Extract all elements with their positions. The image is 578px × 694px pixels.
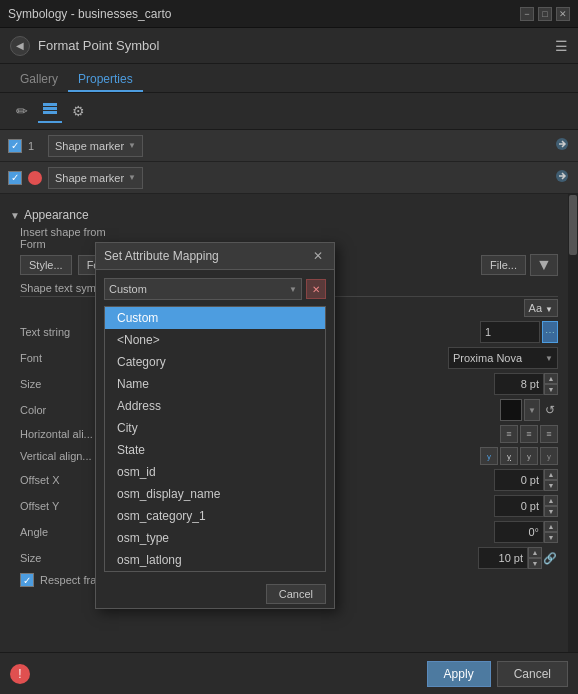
attribute-dropdown-list: Custom <None> Category Name Address City… (104, 306, 326, 572)
layer-1-dropdown-arrow: ▼ (128, 141, 136, 150)
dropdown-item-osm-latlong[interactable]: osm_latlong (105, 549, 325, 571)
dialog-cancel-button[interactable]: Cancel (266, 584, 326, 604)
text-string-label: Text string (20, 326, 100, 338)
dialog-field-row: Custom ▼ ✕ (104, 278, 326, 300)
size-label: Size (20, 378, 100, 390)
size-input[interactable] (494, 373, 544, 395)
dropdown-item-address[interactable]: Address (105, 395, 325, 417)
dialog-close-button[interactable]: ✕ (310, 248, 326, 264)
offset-y-up-btn[interactable]: ▲ (544, 495, 558, 506)
attribute-select[interactable]: Custom ▼ (104, 278, 302, 300)
aa-label: Aa (529, 302, 542, 314)
scrollbar[interactable] (568, 194, 578, 694)
settings-icon[interactable]: ⚙ (66, 99, 90, 123)
dropdown-item-category[interactable]: Category (105, 351, 325, 373)
appearance-toggle[interactable]: ▼ (10, 210, 20, 221)
layer-1-type-dropdown[interactable]: Shape marker ▼ (48, 135, 143, 157)
file-button[interactable]: File... (481, 255, 526, 275)
attribute-clear-button[interactable]: ✕ (306, 279, 326, 299)
layers-icon[interactable] (38, 99, 62, 123)
angle-up-btn[interactable]: ▲ (544, 521, 558, 532)
horiz-align-label: Horizontal ali... (20, 428, 100, 440)
font-name: Proxima Nova (453, 352, 522, 364)
layer-1-num: 1 (28, 140, 42, 152)
panel-header: ◀ Format Point Symbol ☰ (0, 28, 578, 64)
align-left-btn[interactable]: ≡ (500, 425, 518, 443)
svg-rect-1 (43, 111, 57, 114)
dropdown-item-osm-display-name[interactable]: osm_display_name (105, 483, 325, 505)
appearance-label: Appearance (24, 208, 89, 222)
style-button[interactable]: Style... (20, 255, 72, 275)
layer-2-type-label: Shape marker (55, 172, 124, 184)
offset-x-up-btn[interactable]: ▲ (544, 469, 558, 480)
size-bottom-down-btn[interactable]: ▼ (528, 558, 542, 569)
offset-y-label: Offset Y (20, 500, 100, 512)
dropdown-item-osm-id[interactable]: osm_id (105, 461, 325, 483)
align-right-btn[interactable]: ≡ (540, 425, 558, 443)
form-label: Form (20, 238, 100, 250)
content-area: ▼ Appearance Insert shape from Form Styl… (0, 194, 578, 694)
layer-1-right-icon[interactable] (554, 136, 570, 155)
layer-row-1: ✓ 1 Shape marker ▼ (0, 130, 578, 162)
dropdown-item-city[interactable]: City (105, 417, 325, 439)
align-center-btn[interactable]: ≡ (520, 425, 538, 443)
layer-2-checkbox[interactable]: ✓ (8, 171, 22, 185)
panel-title: Format Point Symbol (38, 38, 159, 53)
edit-icon[interactable]: ✏ (10, 99, 34, 123)
color-label: Color (20, 404, 100, 416)
dropdown-item-custom[interactable]: Custom (105, 307, 325, 329)
bottom-bar: ! Apply Cancel (0, 652, 578, 694)
text-string-input[interactable] (480, 321, 540, 343)
layer-2-right-icon[interactable] (554, 168, 570, 187)
close-button[interactable]: ✕ (556, 7, 570, 21)
color-dropdown-btn[interactable]: ▼ (524, 399, 540, 421)
aa-dropdown[interactable]: Aa ▼ (524, 299, 558, 317)
tab-gallery[interactable]: Gallery (10, 68, 68, 92)
dialog-header: Set Attribute Mapping ✕ (96, 243, 334, 270)
bottom-error-icon: ! (10, 664, 30, 684)
dropdown-item-state[interactable]: State (105, 439, 325, 461)
maximize-button[interactable]: □ (538, 7, 552, 21)
layer-1-type-label: Shape marker (55, 140, 124, 152)
layer-2-type-dropdown[interactable]: Shape marker ▼ (48, 167, 143, 189)
offset-x-label: Offset X (20, 474, 100, 486)
offset-x-input[interactable] (494, 469, 544, 491)
size-bottom-up-btn[interactable]: ▲ (528, 547, 542, 558)
menu-icon[interactable]: ☰ (555, 38, 568, 54)
scrollbar-thumb[interactable] (569, 195, 577, 255)
vert-align-extra-btn[interactable]: y (540, 447, 558, 465)
dropdown-item-name[interactable]: Name (105, 373, 325, 395)
vert-align-mid-btn[interactable]: y (500, 447, 518, 465)
size-up-btn[interactable]: ▲ (544, 373, 558, 384)
tabs-bar: Gallery Properties (0, 64, 578, 93)
offset-x-down-btn[interactable]: ▼ (544, 480, 558, 491)
offset-y-down-btn[interactable]: ▼ (544, 506, 558, 517)
offset-y-input[interactable] (494, 495, 544, 517)
size-down-btn[interactable]: ▼ (544, 384, 558, 395)
font-select[interactable]: Proxima Nova ▼ (448, 347, 558, 369)
symbol-toolbar: ✏ ⚙ (0, 93, 578, 130)
dropdown-item-none[interactable]: <None> (105, 329, 325, 351)
vert-align-bot-btn[interactable]: y (520, 447, 538, 465)
layer-1-checkbox[interactable]: ✓ (8, 139, 22, 153)
size-bottom-label: Size (20, 552, 100, 564)
dropdown-item-osm-category[interactable]: osm_category_1 (105, 505, 325, 527)
angle-input[interactable] (494, 521, 544, 543)
file-dropdown[interactable]: ▼ (530, 254, 558, 276)
cancel-button[interactable]: Cancel (497, 661, 568, 687)
angle-down-btn[interactable]: ▼ (544, 532, 558, 543)
dropdown-item-osm-type[interactable]: osm_type (105, 527, 325, 549)
color-refresh-btn[interactable]: ↺ (542, 399, 558, 421)
vert-align-top-btn[interactable]: y (480, 447, 498, 465)
tab-properties[interactable]: Properties (68, 68, 143, 92)
back-button[interactable]: ◀ (10, 36, 30, 56)
respect-frame-checkbox[interactable]: ✓ (20, 573, 34, 587)
color-swatch[interactable] (500, 399, 522, 421)
text-string-expand-btn[interactable]: ⋯ (542, 321, 558, 343)
title-bar-title: Symbology - businesses_carto (8, 7, 171, 21)
size-bottom-input[interactable] (478, 547, 528, 569)
size-lock-btn[interactable]: 🔗 (542, 547, 558, 569)
minimize-button[interactable]: − (520, 7, 534, 21)
apply-button[interactable]: Apply (427, 661, 491, 687)
appearance-section-header: ▼ Appearance (10, 208, 558, 222)
